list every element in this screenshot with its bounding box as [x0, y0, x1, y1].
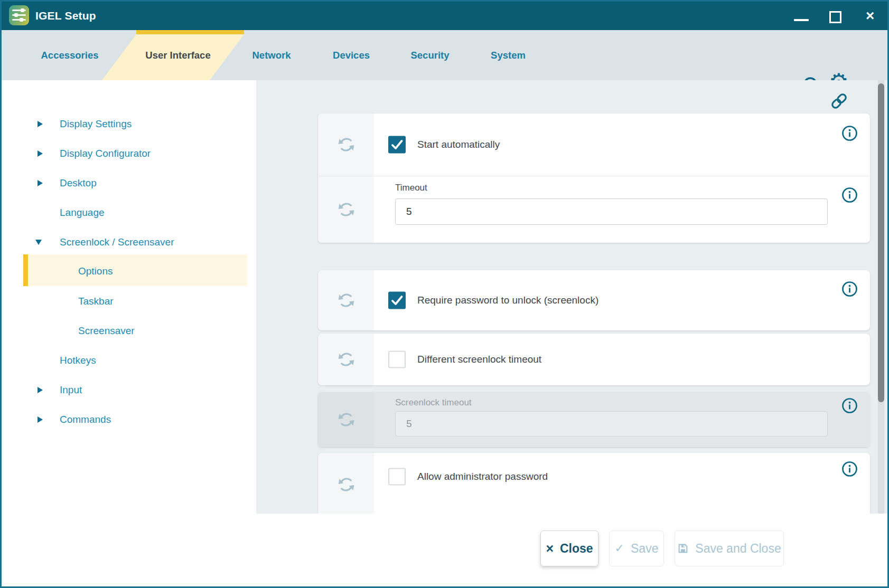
info-icon[interactable]	[841, 187, 858, 203]
tab-security[interactable]: Security	[410, 30, 449, 80]
minimize-button[interactable]	[794, 19, 809, 21]
app-logo-icon	[9, 5, 29, 25]
chevron-right-icon[interactable]	[38, 180, 43, 186]
timeout-input[interactable]	[395, 198, 828, 225]
tab-bar: Accessories User Interface Network Devic…	[2, 30, 887, 80]
chevron-right-icon[interactable]	[38, 416, 43, 423]
sidebar-item-screensaver[interactable]: Screensaver	[2, 322, 135, 340]
sidebar-tree: Display Settings Display Configurator De…	[2, 80, 256, 514]
sidebar-item-commands[interactable]: Commands	[2, 411, 111, 429]
save-and-close-button: Save and Close	[675, 530, 784, 566]
row-different-screenlock-timeout: Different screenlock timeout	[318, 334, 870, 385]
chevron-right-icon[interactable]	[38, 150, 43, 157]
screenlock-timeout-input	[395, 411, 828, 437]
start-automatically-checkbox[interactable]	[388, 136, 406, 154]
save-button-label: Save	[631, 542, 658, 556]
reset-parameter-icon[interactable]	[336, 410, 356, 430]
scrollbar-thumb[interactable]	[878, 83, 884, 402]
row-start-automatically: Start automatically	[318, 113, 870, 176]
info-icon[interactable]	[841, 461, 858, 477]
row-label: Require password to unlock (screenlock)	[417, 295, 598, 306]
tab-devices[interactable]: Devices	[333, 30, 370, 80]
close-x-icon: ×	[546, 541, 554, 556]
chevron-right-icon[interactable]	[38, 387, 43, 393]
save-button: ✓ Save	[609, 530, 664, 566]
sidebar-item-language[interactable]: Language	[2, 204, 105, 222]
row-timeout: Timeout	[318, 176, 870, 243]
row-label: Different screenlock timeout	[417, 354, 541, 365]
sidebar-item-display-configurator[interactable]: Display Configurator	[2, 145, 151, 163]
info-icon[interactable]	[841, 125, 858, 141]
scrollbar[interactable]	[878, 80, 884, 514]
reset-parameter-icon[interactable]	[336, 475, 356, 495]
reset-parameter-icon[interactable]	[336, 291, 356, 310]
floppy-disk-icon	[677, 543, 689, 554]
card-allow-admin-password: Allow administrator password	[318, 453, 870, 514]
sidebar-item-screenlock-screensaver[interactable]: Screenlock / Screensaver	[2, 233, 174, 251]
row-screenlock-timeout: Screenlock timeout	[318, 392, 870, 447]
checkmark-icon	[388, 292, 406, 309]
sidebar-item-desktop[interactable]: Desktop	[2, 174, 97, 192]
settings-panel: Start automatically Timeout Require pass…	[256, 80, 887, 514]
close-button[interactable]: × Close	[540, 530, 598, 566]
maximize-button[interactable]	[829, 11, 841, 23]
different-screenlock-timeout-checkbox[interactable]	[388, 351, 406, 368]
screenlock-timeout-field-label: Screenlock timeout	[395, 397, 472, 408]
row-allow-administrator-password: Allow administrator password	[318, 453, 870, 514]
sidebar-item-hotkeys[interactable]: Hotkeys	[2, 352, 96, 369]
card-different-timeout: Different screenlock timeout	[318, 334, 870, 385]
card-autostart: Start automatically Timeout	[318, 113, 870, 243]
igel-setup-window: IGEL Setup × Accessories User Interface …	[0, 0, 889, 588]
reset-parameter-icon[interactable]	[336, 350, 356, 369]
reset-parameter-icon[interactable]	[336, 200, 356, 220]
sidebar-item-input[interactable]: Input	[2, 381, 82, 399]
sidebar-item-options[interactable]: Options	[2, 262, 113, 280]
card-require-password: Require password to unlock (screenlock)	[318, 270, 870, 330]
tab-user-interface[interactable]: User Interface	[145, 30, 210, 80]
title-bar: IGEL Setup ×	[2, 2, 887, 30]
tab-network[interactable]: Network	[252, 30, 291, 80]
sidebar-item-display-settings[interactable]: Display Settings	[2, 115, 132, 133]
save-and-close-button-label: Save and Close	[695, 542, 781, 556]
info-icon[interactable]	[841, 397, 858, 414]
sidebar-item-taskbar[interactable]: Taskbar	[2, 292, 114, 310]
chevron-right-icon[interactable]	[38, 121, 43, 127]
tab-accessories[interactable]: Accessories	[41, 30, 98, 80]
window-title: IGEL Setup	[35, 2, 96, 30]
timeout-field-label: Timeout	[395, 183, 427, 193]
chevron-down-icon[interactable]	[35, 240, 42, 245]
tab-system[interactable]: System	[491, 30, 526, 80]
checkmark-icon	[388, 136, 406, 154]
card-screenlock-timeout: Screenlock timeout	[318, 392, 870, 447]
row-require-password: Require password to unlock (screenlock)	[318, 270, 870, 330]
reset-parameter-icon[interactable]	[336, 135, 356, 155]
info-icon[interactable]	[841, 281, 858, 297]
footer-bar: × Close ✓ Save Save and Close	[2, 514, 887, 586]
close-window-button[interactable]: ×	[866, 6, 874, 26]
require-password-checkbox[interactable]	[388, 292, 406, 309]
row-label: Allow administrator password	[417, 471, 548, 482]
allow-administrator-password-checkbox[interactable]	[388, 468, 406, 486]
row-label: Start automatically	[417, 139, 500, 150]
check-icon: ✓	[615, 542, 624, 555]
close-button-label: Close	[560, 542, 593, 556]
link-icon[interactable]	[829, 91, 849, 111]
